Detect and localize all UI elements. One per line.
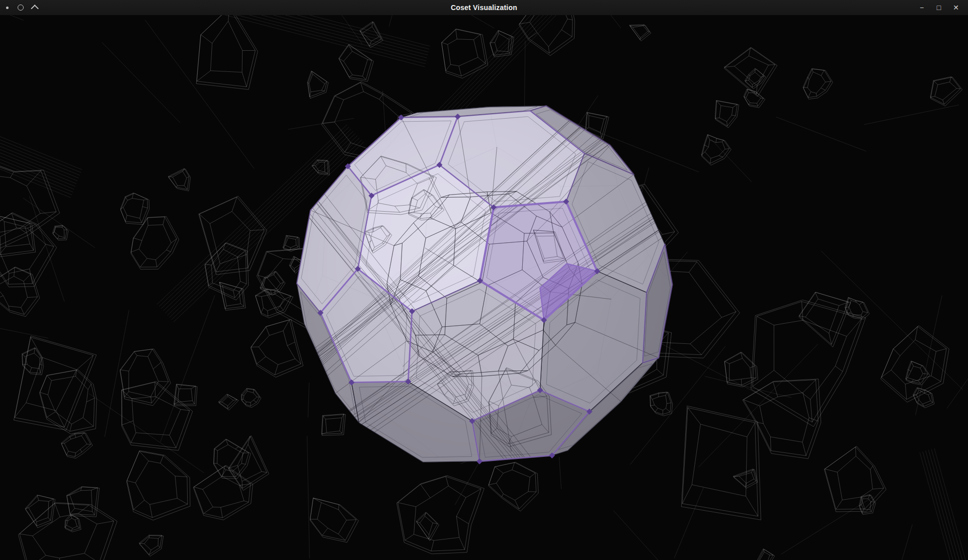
- circle-icon[interactable]: [18, 5, 24, 11]
- dot-icon[interactable]: [6, 7, 9, 9]
- window-title: Coset Visualization: [0, 4, 968, 12]
- minimize-button[interactable]: −: [915, 2, 929, 14]
- maximize-button[interactable]: □: [932, 2, 946, 14]
- chevron-up-icon[interactable]: [31, 5, 39, 13]
- titlebar: Coset Visualization − □ ✕: [0, 0, 968, 15]
- coset-visualization-canvas[interactable]: [0, 15, 968, 560]
- window-controls: − □ ✕: [915, 2, 968, 14]
- close-button[interactable]: ✕: [949, 2, 963, 14]
- titlebar-left-icons: [0, 5, 38, 11]
